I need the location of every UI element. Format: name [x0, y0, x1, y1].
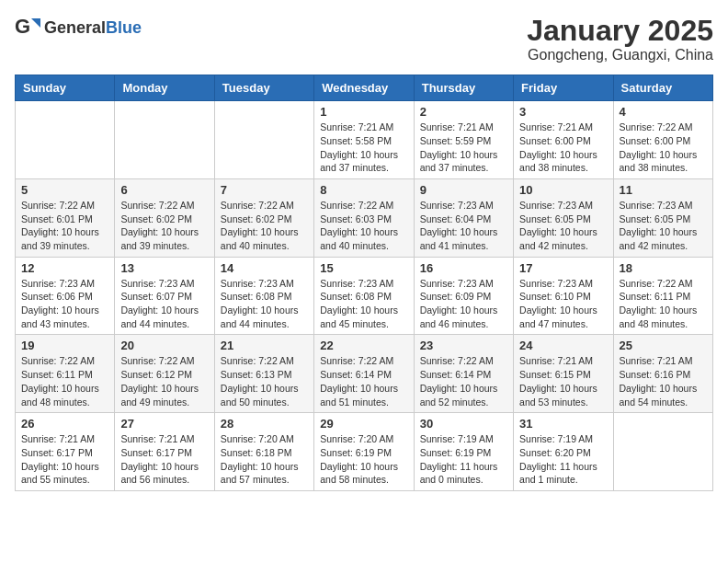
day-number: 7: [221, 183, 308, 197]
day-info: Sunrise: 7:21 AM Sunset: 6:17 PM Dayligh…: [120, 432, 208, 487]
weekday-header: Tuesday: [214, 75, 313, 101]
day-number: 10: [519, 183, 607, 197]
calendar-cell: 19Sunrise: 7:22 AM Sunset: 6:11 PM Dayli…: [16, 335, 115, 413]
day-info: Sunrise: 7:21 AM Sunset: 6:17 PM Dayligh…: [21, 432, 108, 487]
calendar-cell: 23Sunrise: 7:22 AM Sunset: 6:14 PM Dayli…: [414, 335, 513, 413]
day-number: 12: [21, 261, 108, 275]
day-number: 28: [221, 417, 308, 431]
weekday-header: Friday: [514, 75, 613, 101]
calendar-cell: 28Sunrise: 7:20 AM Sunset: 6:18 PM Dayli…: [214, 413, 313, 491]
day-info: Sunrise: 7:23 AM Sunset: 6:07 PM Dayligh…: [120, 277, 208, 331]
day-info: Sunrise: 7:23 AM Sunset: 6:06 PM Dayligh…: [21, 277, 108, 331]
day-number: 20: [120, 339, 208, 352]
logo-icon: G: [15, 15, 40, 40]
calendar-cell: 30Sunrise: 7:19 AM Sunset: 6:19 PM Dayli…: [414, 413, 513, 491]
calendar-cell: [115, 101, 214, 179]
calendar-cell: 26Sunrise: 7:21 AM Sunset: 6:17 PM Dayli…: [16, 413, 115, 491]
weekday-header: Sunday: [16, 75, 115, 101]
calendar-cell: 12Sunrise: 7:23 AM Sunset: 6:06 PM Dayli…: [16, 257, 115, 335]
calendar-cell: 24Sunrise: 7:21 AM Sunset: 6:15 PM Dayli…: [514, 335, 613, 413]
calendar-cell: [214, 101, 313, 179]
day-info: Sunrise: 7:19 AM Sunset: 6:19 PM Dayligh…: [420, 432, 507, 487]
calendar-week-row: 1Sunrise: 7:21 AM Sunset: 5:58 PM Daylig…: [16, 101, 713, 179]
day-info: Sunrise: 7:22 AM Sunset: 6:12 PM Dayligh…: [120, 354, 208, 408]
logo-text-general: General: [44, 18, 106, 37]
calendar-cell: 6Sunrise: 7:22 AM Sunset: 6:02 PM Daylig…: [115, 178, 214, 257]
day-number: 2: [420, 105, 507, 119]
weekday-header: Saturday: [613, 75, 712, 101]
day-info: Sunrise: 7:23 AM Sunset: 6:10 PM Dayligh…: [519, 277, 607, 331]
day-number: 11: [620, 183, 707, 197]
calendar-cell: 17Sunrise: 7:23 AM Sunset: 6:10 PM Dayli…: [514, 257, 613, 335]
calendar-cell: 11Sunrise: 7:23 AM Sunset: 6:05 PM Dayli…: [613, 178, 712, 257]
day-info: Sunrise: 7:23 AM Sunset: 6:04 PM Dayligh…: [420, 199, 507, 253]
calendar-cell: 29Sunrise: 7:20 AM Sunset: 6:19 PM Dayli…: [314, 413, 414, 491]
day-number: 29: [320, 417, 407, 431]
day-info: Sunrise: 7:22 AM Sunset: 6:01 PM Dayligh…: [21, 199, 108, 253]
day-info: Sunrise: 7:21 AM Sunset: 5:59 PM Dayligh…: [420, 121, 507, 175]
day-number: 16: [420, 261, 507, 275]
day-info: Sunrise: 7:22 AM Sunset: 6:02 PM Dayligh…: [120, 199, 208, 253]
calendar-week-row: 19Sunrise: 7:22 AM Sunset: 6:11 PM Dayli…: [16, 335, 713, 413]
day-info: Sunrise: 7:23 AM Sunset: 6:05 PM Dayligh…: [519, 199, 607, 253]
day-number: 4: [620, 105, 707, 119]
day-info: Sunrise: 7:21 AM Sunset: 5:58 PM Dayligh…: [320, 121, 407, 175]
day-info: Sunrise: 7:22 AM Sunset: 6:00 PM Dayligh…: [620, 121, 707, 175]
weekday-header-row: SundayMondayTuesdayWednesdayThursdayFrid…: [16, 75, 713, 101]
svg-marker-1: [31, 18, 40, 28]
day-info: Sunrise: 7:23 AM Sunset: 6:08 PM Dayligh…: [221, 277, 308, 331]
day-info: Sunrise: 7:23 AM Sunset: 6:05 PM Dayligh…: [620, 199, 707, 253]
calendar-table: SundayMondayTuesdayWednesdayThursdayFrid…: [15, 75, 713, 491]
weekday-header: Thursday: [414, 75, 513, 101]
day-info: Sunrise: 7:23 AM Sunset: 6:09 PM Dayligh…: [420, 277, 507, 331]
day-number: 5: [21, 183, 108, 197]
calendar-cell: [613, 413, 712, 491]
day-info: Sunrise: 7:21 AM Sunset: 6:00 PM Dayligh…: [519, 121, 607, 175]
month-title: January 2025: [527, 15, 713, 47]
day-number: 26: [21, 417, 108, 431]
day-number: 18: [620, 261, 707, 275]
page-header: G GeneralBlue January 2025 Gongcheng, Gu…: [15, 15, 713, 63]
day-number: 8: [320, 183, 407, 197]
calendar-cell: 5Sunrise: 7:22 AM Sunset: 6:01 PM Daylig…: [16, 178, 115, 257]
calendar-cell: 22Sunrise: 7:22 AM Sunset: 6:14 PM Dayli…: [314, 335, 414, 413]
day-info: Sunrise: 7:19 AM Sunset: 6:20 PM Dayligh…: [519, 432, 607, 487]
day-info: Sunrise: 7:21 AM Sunset: 6:16 PM Dayligh…: [620, 354, 707, 408]
calendar-week-row: 5Sunrise: 7:22 AM Sunset: 6:01 PM Daylig…: [16, 178, 713, 257]
day-info: Sunrise: 7:23 AM Sunset: 6:08 PM Dayligh…: [320, 277, 407, 331]
calendar-cell: 1Sunrise: 7:21 AM Sunset: 5:58 PM Daylig…: [314, 101, 414, 179]
day-info: Sunrise: 7:22 AM Sunset: 6:03 PM Dayligh…: [320, 199, 407, 253]
day-info: Sunrise: 7:21 AM Sunset: 6:15 PM Dayligh…: [519, 354, 607, 408]
day-number: 6: [120, 183, 208, 197]
calendar-cell: 7Sunrise: 7:22 AM Sunset: 6:02 PM Daylig…: [214, 178, 313, 257]
calendar-week-row: 12Sunrise: 7:23 AM Sunset: 6:06 PM Dayli…: [16, 257, 713, 335]
day-number: 21: [221, 339, 308, 352]
svg-text:G: G: [15, 15, 30, 38]
calendar-cell: 16Sunrise: 7:23 AM Sunset: 6:09 PM Dayli…: [414, 257, 513, 335]
day-info: Sunrise: 7:22 AM Sunset: 6:14 PM Dayligh…: [420, 354, 507, 408]
day-info: Sunrise: 7:22 AM Sunset: 6:11 PM Dayligh…: [620, 277, 707, 331]
day-number: 17: [519, 261, 607, 275]
title-block: January 2025 Gongcheng, Guangxi, China: [527, 15, 713, 63]
day-info: Sunrise: 7:20 AM Sunset: 6:19 PM Dayligh…: [320, 432, 407, 487]
calendar-cell: 10Sunrise: 7:23 AM Sunset: 6:05 PM Dayli…: [514, 178, 613, 257]
calendar-cell: 15Sunrise: 7:23 AM Sunset: 6:08 PM Dayli…: [314, 257, 414, 335]
calendar-cell: 4Sunrise: 7:22 AM Sunset: 6:00 PM Daylig…: [613, 101, 712, 179]
calendar-cell: 25Sunrise: 7:21 AM Sunset: 6:16 PM Dayli…: [613, 335, 712, 413]
day-number: 15: [320, 261, 407, 275]
day-number: 3: [519, 105, 607, 119]
day-number: 1: [320, 105, 407, 119]
calendar-cell: 27Sunrise: 7:21 AM Sunset: 6:17 PM Dayli…: [115, 413, 214, 491]
calendar-cell: 8Sunrise: 7:22 AM Sunset: 6:03 PM Daylig…: [314, 178, 414, 257]
day-number: 24: [519, 339, 607, 352]
calendar-cell: 2Sunrise: 7:21 AM Sunset: 5:59 PM Daylig…: [414, 101, 513, 179]
calendar-cell: 9Sunrise: 7:23 AM Sunset: 6:04 PM Daylig…: [414, 178, 513, 257]
day-info: Sunrise: 7:22 AM Sunset: 6:11 PM Dayligh…: [21, 354, 108, 408]
calendar-cell: 18Sunrise: 7:22 AM Sunset: 6:11 PM Dayli…: [613, 257, 712, 335]
day-number: 31: [519, 417, 607, 431]
weekday-header: Wednesday: [314, 75, 414, 101]
calendar-cell: 20Sunrise: 7:22 AM Sunset: 6:12 PM Dayli…: [115, 335, 214, 413]
logo-text-blue: Blue: [106, 18, 142, 37]
calendar-cell: 14Sunrise: 7:23 AM Sunset: 6:08 PM Dayli…: [214, 257, 313, 335]
day-number: 19: [21, 339, 108, 352]
